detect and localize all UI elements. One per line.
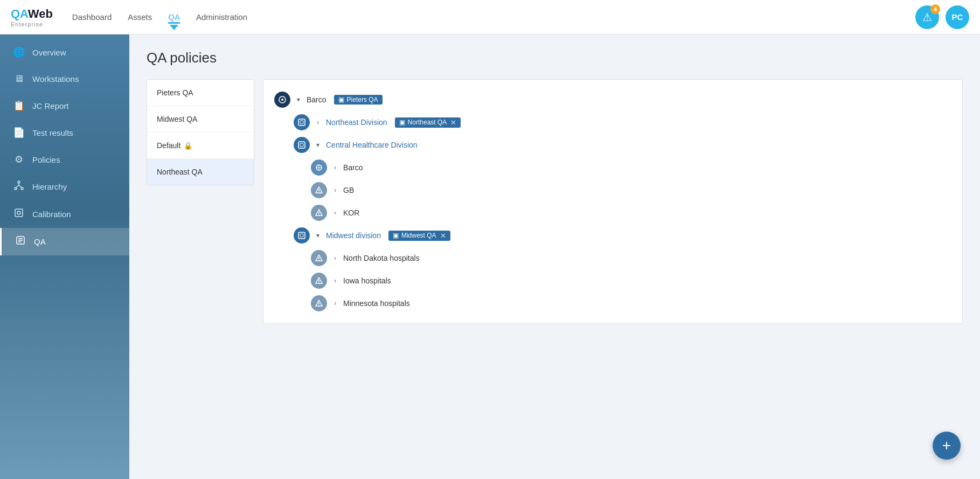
policy-tag-label: Pieters QA — [347, 96, 378, 103]
lock-icon: 🔒 — [184, 142, 192, 150]
sidebar-item-test-results[interactable]: 📄 Test results — [0, 119, 129, 146]
svg-line-4 — [16, 185, 19, 188]
expand-minnesota[interactable]: › — [331, 300, 339, 307]
hierarchy-tree: ▾ Barco ▣ Pieters QA › — [263, 79, 963, 324]
expand-iowa[interactable]: › — [331, 277, 339, 284]
svg-point-1 — [15, 188, 17, 190]
expand-northeast[interactable]: › — [314, 119, 322, 126]
policy-item-label: Default — [157, 141, 180, 150]
sidebar-label-overview: Overview — [32, 48, 66, 57]
sidebar-item-hierarchy[interactable]: Hierarchy — [0, 173, 129, 200]
tree-row-kor: › KOR — [272, 202, 954, 224]
policy-item-label: Midwest QA — [157, 115, 197, 123]
nav-link-assets[interactable]: Assets — [128, 10, 152, 24]
sidebar-item-workstations[interactable]: 🖥 Workstations — [0, 66, 129, 92]
user-avatar[interactable]: PC — [946, 5, 969, 29]
svg-point-7 — [17, 211, 20, 214]
notification-badge: 4 — [930, 4, 940, 14]
sidebar-label-hierarchy: Hierarchy — [32, 182, 67, 191]
nav-item-administration[interactable]: Administration — [196, 10, 247, 24]
test-icon: 📄 — [13, 127, 25, 138]
svg-point-22 — [318, 192, 319, 193]
calibration-icon — [13, 208, 25, 220]
page-title: QA policies — [147, 50, 963, 66]
layout: 🌐 Overview 🖥 Workstations 📋 JC Report 📄 … — [0, 34, 980, 479]
expand-central[interactable]: ▾ — [314, 141, 322, 149]
sidebar-item-qa[interactable]: QA — [0, 228, 129, 255]
policy-item-northeast-qa[interactable]: Northeast QA — [147, 159, 254, 185]
sidebar-label-jc-report: JC Report — [32, 101, 69, 110]
globe-icon: 🌐 — [13, 46, 25, 58]
policy-item-label: Northeast QA — [157, 168, 203, 176]
svg-point-13 — [281, 99, 283, 101]
policy-tag-midwest: ▣ Midwest QA ✕ — [388, 231, 450, 241]
nav-item-qa[interactable]: QA — [168, 10, 180, 24]
fab-add-button[interactable]: + — [933, 432, 961, 460]
expand-north-dakota[interactable]: › — [331, 254, 339, 262]
expand-barco-child[interactable]: › — [331, 164, 339, 171]
sidebar-item-calibration[interactable]: Calibration — [0, 200, 129, 228]
expand-gb[interactable]: › — [331, 186, 339, 194]
main-content: QA policies Pieters QA Midwest QA Defaul… — [129, 34, 980, 479]
policy-tag-icon: ▣ — [399, 119, 405, 126]
nav-link-dashboard[interactable]: Dashboard — [72, 10, 112, 24]
workstation-icon-barco — [311, 159, 327, 176]
gear-icon: ⚙ — [13, 154, 25, 165]
monitor-icon: 🖥 — [13, 73, 25, 85]
svg-point-32 — [318, 305, 319, 306]
logo-sub: Enterprise — [11, 21, 53, 27]
tree-row-barco-root: ▾ Barco ▣ Pieters QA — [272, 88, 954, 111]
expand-barco[interactable]: ▾ — [295, 96, 302, 103]
svg-point-0 — [18, 181, 20, 183]
tree-row-central-healthcare: ▾ Central Healthcare Division — [272, 134, 954, 156]
nav-link-administration[interactable]: Administration — [196, 10, 247, 24]
expand-kor[interactable]: › — [331, 209, 339, 217]
alert-icon-north-dakota — [311, 250, 327, 266]
svg-point-30 — [318, 282, 319, 283]
expand-midwest[interactable]: ▾ — [314, 232, 322, 239]
tree-label-central-healthcare: Central Healthcare Division — [326, 141, 418, 149]
policy-item-midwest-qa[interactable]: Midwest QA — [147, 106, 254, 133]
tree-row-northeast-division: › Northeast Division ▣ Northeast QA ✕ — [272, 111, 954, 134]
tree-label-minnesota: Minnesota hospitals — [343, 299, 410, 308]
policy-tag-close-midwest[interactable]: ✕ — [440, 232, 446, 240]
sidebar-label-test-results: Test results — [32, 128, 73, 137]
policy-tag-close-northeast[interactable]: ✕ — [450, 119, 456, 127]
svg-point-2 — [21, 188, 23, 190]
sidebar-label-qa: QA — [34, 237, 46, 246]
nav-item-assets[interactable]: Assets — [128, 10, 152, 24]
barco-root-icon — [274, 92, 290, 108]
policy-tag-icon: ▣ — [338, 96, 344, 103]
sidebar-label-calibration: Calibration — [32, 210, 71, 219]
notification-icon: ⚠ — [922, 11, 932, 24]
svg-point-28 — [318, 260, 319, 261]
report-icon: 📋 — [13, 100, 25, 112]
notification-button[interactable]: ⚠ 4 — [915, 5, 939, 29]
division-icon-northeast — [294, 114, 310, 130]
policy-item-pieters-qa[interactable]: Pieters QA — [147, 80, 254, 106]
nav-right: ⚠ 4 PC — [915, 5, 969, 29]
svg-rect-17 — [300, 143, 303, 147]
svg-rect-25 — [298, 232, 305, 239]
qa-icon — [15, 235, 26, 248]
policy-tag-northeast: ▣ Northeast QA ✕ — [395, 117, 461, 128]
nav-item-dashboard[interactable]: Dashboard — [72, 10, 112, 24]
policy-item-default-content: Default 🔒 — [157, 141, 244, 150]
logo-brand: QAWeb — [11, 7, 53, 21]
policy-item-default[interactable]: Default 🔒 — [147, 133, 254, 159]
policy-list: Pieters QA Midwest QA Default 🔒 Northeas… — [147, 79, 254, 185]
tree-label-northeast-division: Northeast Division — [326, 118, 387, 127]
tree-label-iowa: Iowa hospitals — [343, 276, 391, 285]
alert-icon-kor — [311, 205, 327, 221]
sidebar-item-overview[interactable]: 🌐 Overview — [0, 39, 129, 66]
nav-link-qa[interactable]: QA — [168, 10, 180, 24]
sidebar-item-jc-report[interactable]: 📋 JC Report — [0, 92, 129, 119]
alert-icon-minnesota — [311, 295, 327, 311]
tree-label-barco-child: Barco — [343, 163, 363, 172]
sidebar-item-policies[interactable]: ⚙ Policies — [0, 146, 129, 173]
tree-row-north-dakota: › North Dakota hospitals — [272, 247, 954, 269]
policy-item-label: Pieters QA — [157, 88, 193, 97]
tree-label-midwest-division: Midwest division — [326, 231, 381, 240]
svg-point-24 — [318, 214, 319, 216]
sidebar-label-policies: Policies — [32, 155, 60, 164]
